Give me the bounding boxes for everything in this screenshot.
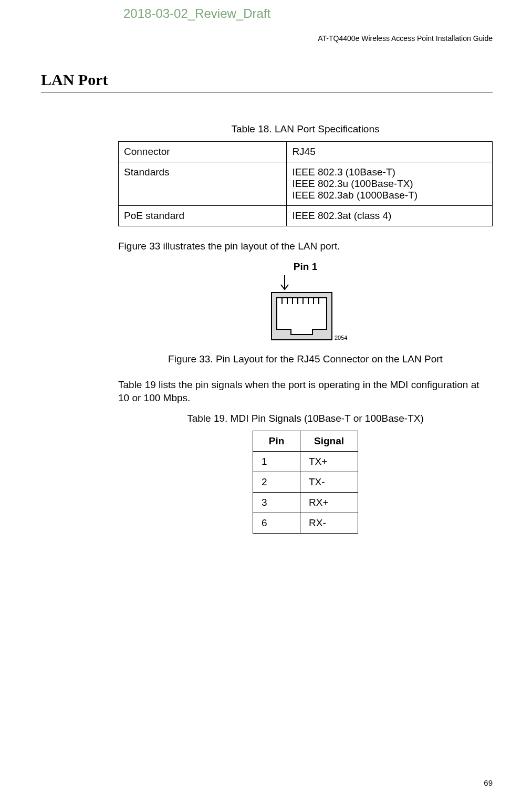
watermark-text: 2018-03-02_Review_Draft: [123, 6, 270, 21]
table-cell-value: IEEE 802.3at (class 4): [287, 206, 493, 226]
paragraph: Figure 33 illustrates the pin layout of …: [118, 239, 493, 253]
table18: Connector RJ45 Standards IEEE 802.3 (10B…: [118, 141, 493, 226]
table-header-row: Pin Signal: [253, 431, 358, 451]
doc-title-header: AT-TQ4400e Wireless Access Point Install…: [318, 34, 493, 43]
table-row: Connector RJ45: [119, 142, 493, 162]
table-cell-label: Connector: [119, 142, 287, 162]
rj45-connector-icon: 2054: [261, 273, 350, 343]
table-header-pin: Pin: [253, 431, 300, 451]
table-cell-value: IEEE 802.3 (10Base-T) IEEE 802.3u (100Ba…: [287, 162, 493, 206]
table-cell-pin: 3: [253, 492, 300, 513]
table-cell-signal: TX+: [300, 451, 358, 472]
table18-caption: Table 18. LAN Port Specifications: [118, 123, 493, 135]
table-row: PoE standard IEEE 802.3at (class 4): [119, 206, 493, 226]
table-cell-signal: RX-: [300, 513, 358, 533]
table-row: 6 RX-: [253, 513, 358, 533]
table-cell-label: Standards: [119, 162, 287, 206]
section-rule: [41, 92, 493, 92]
table-row: 3 RX+: [253, 492, 358, 513]
table19: Pin Signal 1 TX+ 2 TX- 3 RX+ 6 RX-: [253, 431, 358, 534]
table-cell-pin: 1: [253, 451, 300, 472]
table-cell-label: PoE standard: [119, 206, 287, 226]
figure33-caption: Figure 33. Pin Layout for the RJ45 Conne…: [118, 353, 493, 365]
table-cell-signal: RX+: [300, 492, 358, 513]
table-row: 2 TX-: [253, 472, 358, 492]
page-content: Table 18. LAN Port Specifications Connec…: [118, 123, 493, 534]
table-cell-pin: 6: [253, 513, 300, 533]
table-header-signal: Signal: [300, 431, 358, 451]
table-row: 1 TX+: [253, 451, 358, 472]
paragraph: Table 19 lists the pin signals when the …: [118, 378, 493, 405]
table19-caption: Table 19. MDI Pin Signals (10Base-T or 1…: [118, 413, 493, 424]
section-title: LAN Port: [41, 71, 108, 89]
figure-ref-number: 2054: [335, 335, 347, 341]
table-cell-signal: TX-: [300, 472, 358, 492]
page-number: 69: [484, 778, 493, 787]
table-cell-value: RJ45: [287, 142, 493, 162]
pin1-label: Pin 1: [118, 261, 493, 273]
figure33-container: Pin 1 2054: [118, 261, 493, 346]
table-row: Standards IEEE 802.3 (10Base-T) IEEE 802…: [119, 162, 493, 206]
table-cell-pin: 2: [253, 472, 300, 492]
